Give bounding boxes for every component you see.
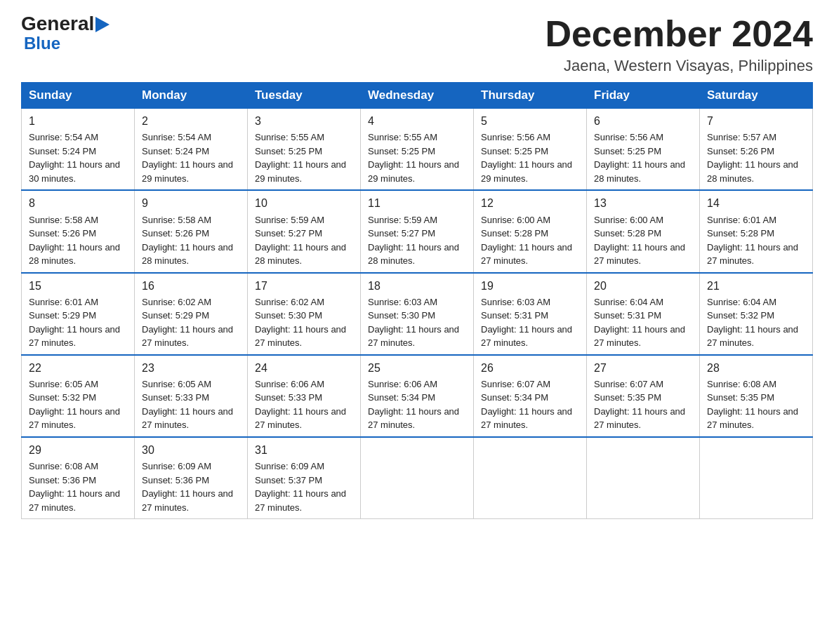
page-header: General Blue December 2024 Jaena, Wester… [21, 14, 813, 75]
day-info: Sunrise: 6:01 AMSunset: 5:29 PMDaylight:… [29, 295, 127, 350]
day-number: 30 [142, 442, 240, 458]
weekday-header-row: SundayMondayTuesdayWednesdayThursdayFrid… [22, 83, 813, 109]
calendar-day-cell: 22Sunrise: 6:05 AMSunset: 5:32 PMDayligh… [22, 355, 135, 437]
calendar-day-cell: 5Sunrise: 5:56 AMSunset: 5:25 PMDaylight… [474, 109, 587, 191]
day-number: 8 [29, 195, 127, 211]
day-number: 13 [594, 195, 692, 211]
calendar-day-cell: 4Sunrise: 5:55 AMSunset: 5:25 PMDaylight… [361, 109, 474, 191]
calendar-week-row: 22Sunrise: 6:05 AMSunset: 5:32 PMDayligh… [22, 355, 813, 437]
calendar-day-cell: 16Sunrise: 6:02 AMSunset: 5:29 PMDayligh… [135, 273, 248, 355]
day-number: 4 [368, 113, 466, 129]
day-info: Sunrise: 6:05 AMSunset: 5:32 PMDaylight:… [29, 377, 127, 432]
day-info: Sunrise: 5:55 AMSunset: 5:25 PMDaylight:… [255, 130, 353, 185]
calendar-day-cell: 13Sunrise: 6:00 AMSunset: 5:28 PMDayligh… [587, 190, 700, 272]
calendar-day-cell: 11Sunrise: 5:59 AMSunset: 5:27 PMDayligh… [361, 190, 474, 272]
day-info: Sunrise: 5:54 AMSunset: 5:24 PMDaylight:… [29, 130, 127, 185]
day-info: Sunrise: 6:06 AMSunset: 5:34 PMDaylight:… [368, 377, 466, 432]
calendar-day-cell: 14Sunrise: 6:01 AMSunset: 5:28 PMDayligh… [700, 190, 813, 272]
calendar-table: SundayMondayTuesdayWednesdayThursdayFrid… [21, 82, 813, 519]
calendar-day-cell: 2Sunrise: 5:54 AMSunset: 5:24 PMDaylight… [135, 109, 248, 191]
day-number: 10 [255, 195, 353, 211]
calendar-day-cell: 21Sunrise: 6:04 AMSunset: 5:32 PMDayligh… [700, 273, 813, 355]
calendar-day-cell: 9Sunrise: 5:58 AMSunset: 5:26 PMDaylight… [135, 190, 248, 272]
day-number: 18 [368, 278, 466, 294]
day-info: Sunrise: 5:56 AMSunset: 5:25 PMDaylight:… [481, 130, 579, 185]
day-number: 24 [255, 360, 353, 376]
calendar-day-cell [700, 437, 813, 519]
day-info: Sunrise: 5:58 AMSunset: 5:26 PMDaylight:… [29, 213, 127, 268]
calendar-day-cell: 20Sunrise: 6:04 AMSunset: 5:31 PMDayligh… [587, 273, 700, 355]
weekday-header-thursday: Thursday [474, 83, 587, 109]
calendar-day-cell: 25Sunrise: 6:06 AMSunset: 5:34 PMDayligh… [361, 355, 474, 437]
day-info: Sunrise: 5:56 AMSunset: 5:25 PMDaylight:… [594, 130, 692, 185]
calendar-day-cell: 23Sunrise: 6:05 AMSunset: 5:33 PMDayligh… [135, 355, 248, 437]
day-number: 25 [368, 360, 466, 376]
calendar-day-cell: 17Sunrise: 6:02 AMSunset: 5:30 PMDayligh… [248, 273, 361, 355]
day-info: Sunrise: 6:03 AMSunset: 5:31 PMDaylight:… [481, 295, 579, 350]
calendar-day-cell: 8Sunrise: 5:58 AMSunset: 5:26 PMDaylight… [22, 190, 135, 272]
day-info: Sunrise: 6:05 AMSunset: 5:33 PMDaylight:… [142, 377, 240, 432]
weekday-header-sunday: Sunday [22, 83, 135, 109]
title-block: December 2024 Jaena, Western Visayas, Ph… [545, 14, 813, 75]
calendar-day-cell: 30Sunrise: 6:09 AMSunset: 5:36 PMDayligh… [135, 437, 248, 519]
day-info: Sunrise: 5:54 AMSunset: 5:24 PMDaylight:… [142, 130, 240, 185]
day-info: Sunrise: 5:59 AMSunset: 5:27 PMDaylight:… [255, 213, 353, 268]
day-number: 3 [255, 113, 353, 129]
day-number: 11 [368, 195, 466, 211]
day-info: Sunrise: 6:04 AMSunset: 5:32 PMDaylight:… [707, 295, 805, 350]
calendar-day-cell: 15Sunrise: 6:01 AMSunset: 5:29 PMDayligh… [22, 273, 135, 355]
day-number: 14 [707, 195, 805, 211]
calendar-day-cell: 18Sunrise: 6:03 AMSunset: 5:30 PMDayligh… [361, 273, 474, 355]
day-info: Sunrise: 6:08 AMSunset: 5:35 PMDaylight:… [707, 377, 805, 432]
day-number: 19 [481, 278, 579, 294]
calendar-week-row: 8Sunrise: 5:58 AMSunset: 5:26 PMDaylight… [22, 190, 813, 272]
day-info: Sunrise: 5:55 AMSunset: 5:25 PMDaylight:… [368, 130, 466, 185]
day-info: Sunrise: 6:01 AMSunset: 5:28 PMDaylight:… [707, 213, 805, 268]
calendar-day-cell: 6Sunrise: 5:56 AMSunset: 5:25 PMDaylight… [587, 109, 700, 191]
calendar-day-cell [361, 437, 474, 519]
svg-marker-0 [95, 17, 110, 32]
day-number: 31 [255, 442, 353, 458]
day-info: Sunrise: 6:03 AMSunset: 5:30 PMDaylight:… [368, 295, 466, 350]
weekday-header-tuesday: Tuesday [248, 83, 361, 109]
day-info: Sunrise: 6:09 AMSunset: 5:37 PMDaylight:… [255, 459, 353, 514]
day-info: Sunrise: 5:57 AMSunset: 5:26 PMDaylight:… [707, 130, 805, 185]
day-info: Sunrise: 6:04 AMSunset: 5:31 PMDaylight:… [594, 295, 692, 350]
logo: General Blue [21, 14, 110, 53]
day-info: Sunrise: 6:02 AMSunset: 5:29 PMDaylight:… [142, 295, 240, 350]
calendar-week-row: 1Sunrise: 5:54 AMSunset: 5:24 PMDaylight… [22, 109, 813, 191]
day-number: 23 [142, 360, 240, 376]
day-number: 22 [29, 360, 127, 376]
day-info: Sunrise: 6:07 AMSunset: 5:34 PMDaylight:… [481, 377, 579, 432]
month-title: December 2024 [545, 14, 813, 54]
day-info: Sunrise: 6:07 AMSunset: 5:35 PMDaylight:… [594, 377, 692, 432]
day-info: Sunrise: 6:08 AMSunset: 5:36 PMDaylight:… [29, 459, 127, 514]
calendar-day-cell: 12Sunrise: 6:00 AMSunset: 5:28 PMDayligh… [474, 190, 587, 272]
day-number: 21 [707, 278, 805, 294]
calendar-day-cell: 1Sunrise: 5:54 AMSunset: 5:24 PMDaylight… [22, 109, 135, 191]
day-info: Sunrise: 6:06 AMSunset: 5:33 PMDaylight:… [255, 377, 353, 432]
day-number: 12 [481, 195, 579, 211]
day-number: 20 [594, 278, 692, 294]
calendar-day-cell [587, 437, 700, 519]
day-number: 29 [29, 442, 127, 458]
calendar-week-row: 15Sunrise: 6:01 AMSunset: 5:29 PMDayligh… [22, 273, 813, 355]
day-info: Sunrise: 5:59 AMSunset: 5:27 PMDaylight:… [368, 213, 466, 268]
day-info: Sunrise: 6:00 AMSunset: 5:28 PMDaylight:… [481, 213, 579, 268]
day-number: 9 [142, 195, 240, 211]
calendar-day-cell: 7Sunrise: 5:57 AMSunset: 5:26 PMDaylight… [700, 109, 813, 191]
day-number: 5 [481, 113, 579, 129]
day-info: Sunrise: 5:58 AMSunset: 5:26 PMDaylight:… [142, 213, 240, 268]
calendar-day-cell [474, 437, 587, 519]
calendar-week-row: 29Sunrise: 6:08 AMSunset: 5:36 PMDayligh… [22, 437, 813, 519]
day-info: Sunrise: 6:00 AMSunset: 5:28 PMDaylight:… [594, 213, 692, 268]
location-subtitle: Jaena, Western Visayas, Philippines [545, 57, 813, 75]
day-number: 28 [707, 360, 805, 376]
calendar-day-cell: 31Sunrise: 6:09 AMSunset: 5:37 PMDayligh… [248, 437, 361, 519]
weekday-header-wednesday: Wednesday [361, 83, 474, 109]
day-number: 2 [142, 113, 240, 129]
calendar-day-cell: 28Sunrise: 6:08 AMSunset: 5:35 PMDayligh… [700, 355, 813, 437]
day-info: Sunrise: 6:02 AMSunset: 5:30 PMDaylight:… [255, 295, 353, 350]
day-number: 6 [594, 113, 692, 129]
calendar-day-cell: 3Sunrise: 5:55 AMSunset: 5:25 PMDaylight… [248, 109, 361, 191]
